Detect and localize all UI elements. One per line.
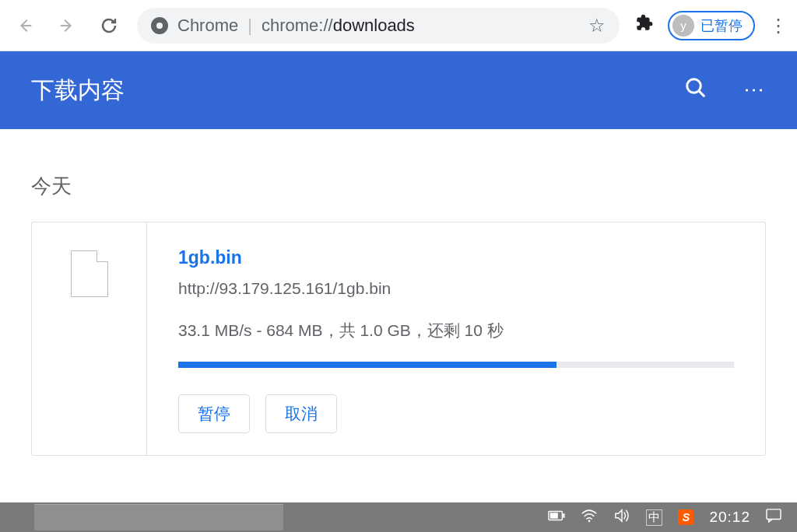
chrome-logo-icon xyxy=(151,17,168,34)
taskbar-clock[interactable]: 20:12 xyxy=(709,509,750,526)
omnibox-app-name: Chrome xyxy=(177,16,238,36)
arrow-right-icon xyxy=(58,17,75,34)
profile-status-label: 已暂停 xyxy=(700,16,743,35)
bookmark-star-icon[interactable]: ☆ xyxy=(588,15,606,37)
avatar: y xyxy=(672,15,694,37)
profile-chip[interactable]: y 已暂停 xyxy=(668,11,755,40)
download-status: 33.1 MB/s - 684 MB，共 1.0 GB，还剩 10 秒 xyxy=(178,320,734,341)
download-thumbnail xyxy=(32,222,147,455)
battery-icon[interactable] xyxy=(548,510,565,524)
svg-rect-6 xyxy=(767,509,781,520)
browser-menu-icon[interactable]: ⋮ xyxy=(769,15,786,37)
address-bar[interactable]: Chrome | chrome://downloads ☆ xyxy=(137,8,620,44)
page-title: 下载内容 xyxy=(31,75,125,107)
windows-taskbar: 中 S 20:12 xyxy=(0,502,797,532)
back-button[interactable] xyxy=(11,12,39,40)
download-file-name[interactable]: 1gb.bin xyxy=(178,247,734,268)
search-icon[interactable] xyxy=(684,76,707,105)
downloads-content: 今天 1gb.bin http://93.179.125.161/1gb.bin… xyxy=(0,129,797,502)
omnibox-url-path: downloads xyxy=(333,16,415,35)
browser-toolbar: Chrome | chrome://downloads ☆ y 已暂停 ⋮ xyxy=(0,0,797,51)
reload-button[interactable] xyxy=(95,12,123,40)
reload-icon xyxy=(100,16,118,35)
file-icon xyxy=(71,250,108,297)
svg-rect-3 xyxy=(550,513,558,518)
wifi-icon[interactable] xyxy=(581,509,598,526)
download-progress-track xyxy=(178,362,734,368)
section-today-label: 今天 xyxy=(31,173,766,200)
taskbar-app-entry[interactable] xyxy=(34,504,283,530)
svg-point-0 xyxy=(687,79,701,93)
pause-button[interactable]: 暂停 xyxy=(178,394,250,433)
forward-button[interactable] xyxy=(53,12,81,40)
system-tray: 中 S 20:12 xyxy=(548,509,797,526)
cancel-button[interactable]: 取消 xyxy=(265,394,337,433)
download-source-url: http://93.179.125.161/1gb.bin xyxy=(178,279,734,298)
volume-icon[interactable] xyxy=(613,509,630,526)
ime-indicator[interactable]: 中 xyxy=(646,509,662,526)
page-menu-icon[interactable]: ⋮ xyxy=(742,80,766,100)
omnibox-url-prefix: chrome:// xyxy=(262,16,333,35)
svg-point-5 xyxy=(588,520,591,523)
download-progress-bar xyxy=(178,362,556,368)
notifications-icon[interactable] xyxy=(766,509,781,526)
downloads-header: 下载内容 ⋮ xyxy=(0,51,797,129)
sogou-ime-icon[interactable]: S xyxy=(678,509,693,525)
svg-line-1 xyxy=(699,91,704,96)
svg-rect-4 xyxy=(564,513,565,518)
arrow-left-icon xyxy=(16,17,33,34)
omnibox-divider: | xyxy=(248,16,252,36)
download-item: 1gb.bin http://93.179.125.161/1gb.bin 33… xyxy=(31,222,766,456)
extensions-icon[interactable] xyxy=(634,12,654,38)
